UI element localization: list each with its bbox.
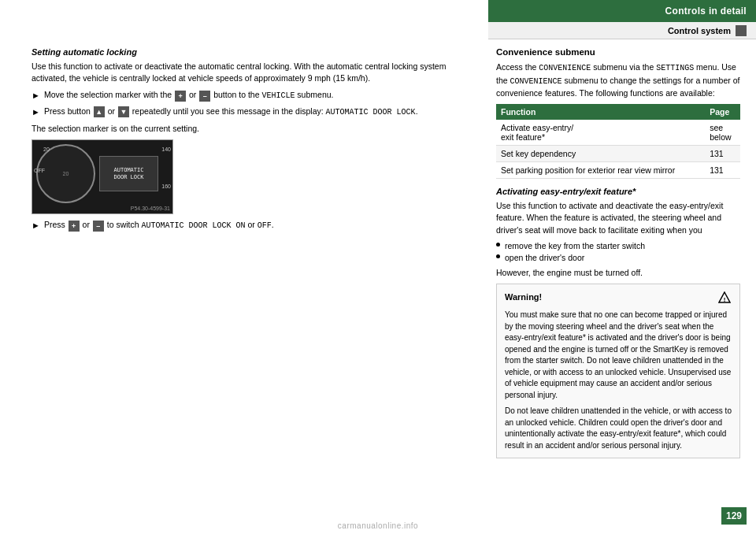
convenience-mono: CONVENIENCE — [539, 64, 591, 72]
table-header-function: Function — [496, 104, 705, 120]
dashboard-caption: P54.30-4599-31 — [131, 206, 170, 211]
warning-header: Warning! ! — [505, 291, 732, 305]
warning-para-2: Do not leave children unattended in the … — [505, 406, 732, 451]
bullet-item-2: ► Press button ▲ or ▼ repeatedly until y… — [32, 106, 472, 118]
header-bar: Controls in detail — [488, 0, 756, 22]
up-icon: ▲ — [94, 106, 105, 117]
bullet-text-2: Press button ▲ or ▼ repeatedly until you… — [44, 106, 472, 118]
convenience-mono-2: CONVENIENCE — [510, 77, 562, 86]
activating-bullets: remove the key from the starter switch o… — [496, 241, 740, 262]
left-column: Setting automatic locking Use this funct… — [32, 47, 472, 502]
act-bullet-text-1: remove the key from the starter switch — [505, 241, 645, 250]
convenience-intro: Access the CONVENIENCE submenu via the S… — [496, 61, 740, 99]
act-dot-1 — [496, 243, 500, 247]
warning-triangle-icon: ! — [717, 291, 732, 305]
bullet-text-1: Move the selection marker with the + or … — [44, 89, 472, 102]
vehicle-mono: VEHICLE — [261, 91, 295, 100]
convenience-heading: Convenience submenu — [496, 47, 740, 57]
table-cell-page-2: 131 — [705, 146, 740, 162]
speed-20: 20 — [43, 146, 50, 152]
warning-title: Warning! — [505, 291, 542, 304]
table-cell-func-1: Activate easy-entry/exit feature* — [496, 120, 705, 146]
bullet-list-1: ► Move the selection marker with the + o… — [32, 89, 472, 118]
selection-note: The selection marker is on the current s… — [32, 123, 472, 135]
bullet-item-1: ► Move the selection marker with the + o… — [32, 89, 472, 102]
final-bullet-arrow: ► — [32, 220, 40, 232]
warning-para-1: You must make sure that no one can becom… — [505, 310, 732, 401]
final-minus-icon: – — [93, 221, 104, 232]
bullet-arrow-1: ► — [32, 90, 40, 102]
warning-box: Warning! ! You must make sure that no on… — [496, 284, 740, 458]
plus-icon: + — [175, 91, 186, 102]
table-cell-func-2: Set key dependency — [496, 146, 705, 162]
section1-intro: Use this function to activate or deactiv… — [32, 61, 472, 84]
triangle-svg: ! — [718, 291, 731, 304]
right-panel: Convenience submenu Access the CONVENIEN… — [496, 47, 740, 502]
act-bullet-2: open the driver's door — [496, 253, 740, 262]
table-row-1: Activate easy-entry/exit feature* seebel… — [496, 120, 740, 146]
header-title: Controls in detail — [665, 6, 747, 17]
activating-heading: Activating easy-entry/exit feature* — [496, 187, 740, 196]
activating-intro: Use this function to activate and deacti… — [496, 200, 740, 236]
display-box: AUTOMATICDOOR LOCK — [99, 156, 158, 191]
act-bullet-1: remove the key from the starter switch — [496, 241, 740, 250]
watermark: carmanualonline.info — [338, 521, 418, 530]
speed-140: 140 — [161, 146, 171, 152]
off-mono: OFF — [258, 221, 272, 230]
act-note: However, the engine must be turned off. — [496, 267, 740, 279]
speed-off: OFF — [34, 168, 45, 173]
section-heading-1: Setting automatic locking — [32, 47, 472, 57]
act-bullet-text-2: open the driver's door — [505, 253, 584, 262]
page-number: 129 — [721, 507, 747, 525]
table-row-3: Set parking position for exterior rear v… — [496, 162, 740, 179]
bullet-arrow-2: ► — [32, 106, 40, 118]
final-bullet: ► Press + or – to switch AUTOMATIC DOOR … — [32, 219, 472, 232]
final-plus-icon: + — [69, 221, 80, 232]
speedometer: 20 — [36, 144, 95, 203]
table-cell-func-3: Set parking position for exterior rear v… — [496, 162, 705, 179]
auto-lock-on-mono: AUTOMATIC DOOR LOCK ON — [142, 221, 246, 230]
act-dot-2 — [496, 254, 500, 258]
display-text: AUTOMATICDOOR LOCK — [114, 167, 144, 181]
sub-header-title: Control system — [668, 26, 731, 35]
dashboard-image: 20 20 OFF 140 160 AUTOMATICDOOR LOCK P54… — [32, 139, 173, 214]
svg-text:!: ! — [724, 296, 726, 303]
minus-icon: – — [199, 91, 210, 102]
table-row-2: Set key dependency 131 — [496, 146, 740, 162]
table-cell-page-3: 131 — [705, 162, 740, 179]
table-header-page: Page — [705, 104, 740, 120]
down-icon: ▼ — [118, 106, 129, 117]
sub-header: Control system — [488, 22, 756, 39]
table-cell-page-1: seebelow — [705, 120, 740, 146]
speed-160: 160 — [161, 184, 171, 189]
final-bullet-text: Press + or – to switch AUTOMATIC DOOR LO… — [44, 219, 472, 232]
sub-header-block — [736, 25, 747, 36]
door-lock-mono: AUTOMATIC DOOR LOCK — [326, 108, 416, 117]
settings-mono: SETTINGS — [656, 64, 694, 72]
function-table: Function Page Activate easy-entry/exit f… — [496, 104, 740, 179]
speed-label: 20 — [63, 171, 69, 176]
